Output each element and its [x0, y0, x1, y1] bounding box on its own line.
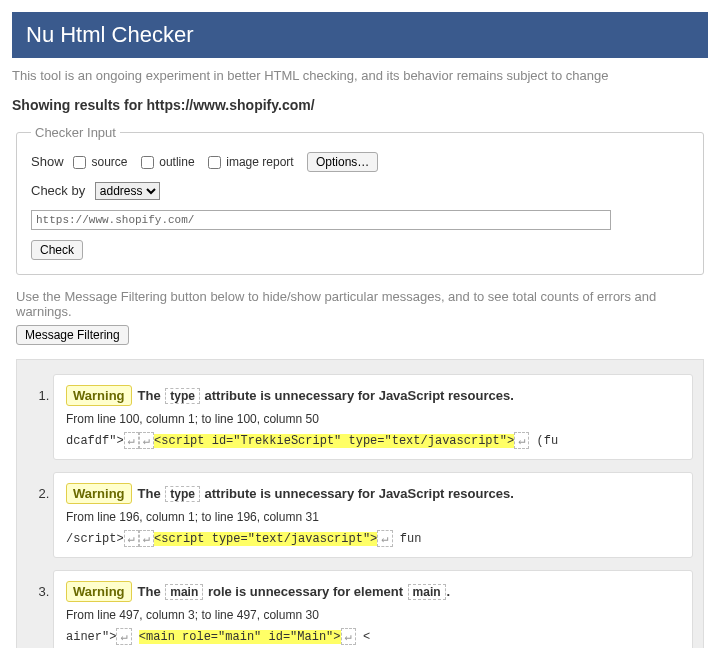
source-checkbox[interactable] [73, 156, 86, 169]
url-input[interactable] [31, 210, 611, 230]
check-row: Check [31, 240, 689, 260]
outline-checkbox-label[interactable]: outline [141, 155, 198, 169]
message-title: The type attribute is unnecessary for Ja… [138, 486, 514, 501]
source-checkbox-label[interactable]: source [73, 155, 131, 169]
code-token: main [408, 584, 446, 600]
message-title: The main role is unnecessary for element… [138, 584, 451, 599]
message-filtering-button[interactable]: Message Filtering [16, 325, 129, 345]
message-title: The type attribute is unnecessary for Ja… [138, 388, 514, 403]
url-row [31, 210, 689, 230]
message-item: WarningThe main role is unnecessary for … [53, 570, 693, 648]
warning-badge: Warning [66, 483, 132, 504]
message-snippet: ainer">↵ <main role="main" id="Main">↵ < [66, 628, 680, 645]
outline-checkbox[interactable] [141, 156, 154, 169]
page-title-bar: Nu Html Checker [12, 12, 708, 58]
warning-badge: Warning [66, 581, 132, 602]
message-item: WarningThe type attribute is unnecessary… [53, 472, 693, 558]
checkby-select[interactable]: address [95, 182, 160, 200]
results-panel: WarningThe type attribute is unnecessary… [16, 359, 704, 648]
checkby-label: Check by [31, 183, 85, 198]
options-button[interactable]: Options… [307, 152, 378, 172]
results-for-line: Showing results for https://www.shopify.… [12, 97, 708, 125]
intro-text: This tool is an ongoing experiment in be… [12, 58, 708, 97]
code-token: type [165, 388, 200, 404]
message-item: WarningThe type attribute is unnecessary… [53, 374, 693, 460]
page-title: Nu Html Checker [26, 22, 193, 47]
message-snippet: dcafdf">↵↵<script id="TrekkieScript" typ… [66, 432, 680, 449]
image-report-checkbox-label[interactable]: image report [208, 155, 297, 169]
code-token: main [165, 584, 203, 600]
check-button[interactable]: Check [31, 240, 83, 260]
message-location: From line 100, column 1; to line 100, co… [66, 412, 680, 426]
warning-badge: Warning [66, 385, 132, 406]
checker-input-legend: Checker Input [31, 125, 120, 140]
filter-note: Use the Message Filtering button below t… [16, 289, 704, 319]
message-list: WarningThe type attribute is unnecessary… [27, 374, 693, 648]
message-snippet: /script>↵↵<script type="text/javascript"… [66, 530, 680, 547]
message-location: From line 497, column 3; to line 497, co… [66, 608, 680, 622]
show-label: Show [31, 154, 64, 169]
checkby-row: Check by address [31, 182, 689, 200]
code-token: type [165, 486, 200, 502]
image-report-checkbox[interactable] [208, 156, 221, 169]
message-location: From line 196, column 1; to line 196, co… [66, 510, 680, 524]
checker-input-fieldset: Checker Input Show source outline image … [16, 125, 704, 275]
show-row: Show source outline image report Options… [31, 152, 689, 172]
